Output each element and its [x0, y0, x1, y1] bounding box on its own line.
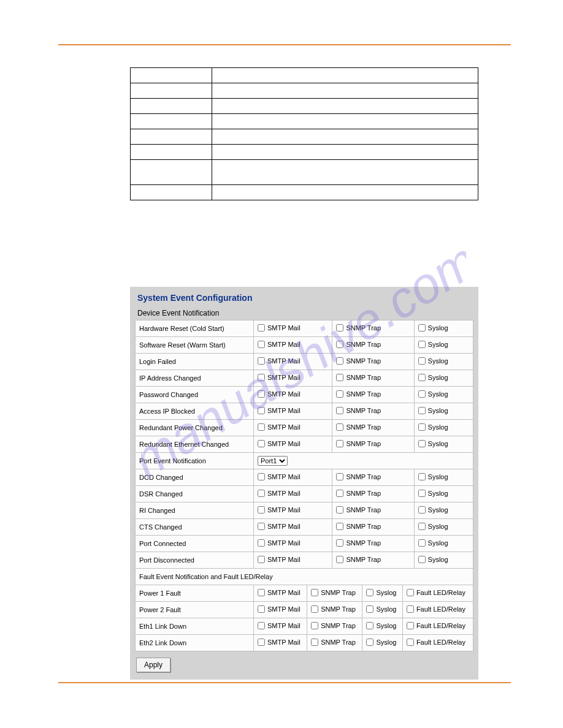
power-2-fault-snmp-checkbox[interactable] [311, 605, 318, 613]
software-reset-warm-start-syslog-checkbox[interactable] [418, 341, 426, 348]
snmp-label: SNMP Trap [321, 589, 356, 596]
snmp-label: SNMP Trap [346, 357, 381, 365]
syslog-label: Syslog [428, 506, 448, 514]
hardware-reset-cold-start-syslog-checkbox[interactable] [418, 324, 426, 332]
login-failed-syslog-checkbox[interactable] [418, 357, 426, 365]
cts-changed-smtp-checkbox[interactable] [258, 523, 265, 530]
password-changed-snmp-checkbox[interactable] [336, 390, 343, 398]
device-event-header: Device Event Notification [137, 309, 473, 317]
software-reset-warm-start-smtp-checkbox[interactable] [258, 341, 265, 348]
fault-label: Fault LED/Relay [416, 622, 465, 629]
eth1-link-down-fault-checkbox[interactable] [407, 622, 414, 629]
password-changed-smtp-checkbox[interactable] [258, 390, 265, 398]
eth1-link-down-syslog-checkbox[interactable] [366, 622, 373, 629]
power-1-fault-fault-checkbox[interactable] [407, 589, 414, 596]
port-disconnected-smtp-checkbox[interactable] [258, 556, 265, 563]
syslog-label: Syslog [428, 324, 448, 332]
port-connected-syslog-checkbox[interactable] [418, 539, 426, 547]
dsr-changed-snmp-checkbox[interactable] [336, 490, 343, 497]
port-disconnected-syslog-checkbox[interactable] [418, 556, 426, 563]
redundant-ethernet-changed-snmp-checkbox[interactable] [336, 440, 343, 447]
device-event-table: Hardware Reset (Cold Start)SMTP MailSNMP… [135, 320, 473, 569]
fault-label: Fault LED/Relay [416, 589, 465, 596]
port-event-label: RI Changed [136, 502, 254, 519]
dcd-changed-smtp-checkbox[interactable] [258, 473, 265, 480]
syslog-label: Syslog [376, 605, 396, 613]
eth1-link-down-smtp-checkbox[interactable] [258, 622, 265, 629]
syslog-label: Syslog [428, 390, 448, 398]
smtp-label: SMTP Mail [267, 523, 301, 530]
redundant-power-changed-syslog-checkbox[interactable] [418, 423, 426, 431]
hardware-reset-cold-start-smtp-checkbox[interactable] [258, 324, 265, 332]
port-event-label: Port Connected [136, 536, 254, 552]
fault-event-label: Power 2 Fault [136, 602, 254, 618]
access-ip-blocked-syslog-checkbox[interactable] [418, 407, 426, 414]
power-1-fault-snmp-checkbox[interactable] [311, 589, 318, 596]
smtp-label: SMTP Mail [267, 357, 301, 365]
login-failed-smtp-checkbox[interactable] [258, 357, 265, 365]
dcd-changed-syslog-checkbox[interactable] [418, 473, 426, 480]
smtp-label: SMTP Mail [267, 605, 301, 613]
power-1-fault-smtp-checkbox[interactable] [258, 589, 265, 596]
eth1-link-down-snmp-checkbox[interactable] [311, 622, 318, 629]
apply-button[interactable]: Apply [136, 658, 170, 672]
port-event-label: CTS Changed [136, 519, 254, 536]
power-2-fault-fault-checkbox[interactable] [407, 605, 414, 613]
power-2-fault-syslog-checkbox[interactable] [366, 605, 373, 613]
dsr-changed-syslog-checkbox[interactable] [418, 490, 426, 497]
dcd-changed-snmp-checkbox[interactable] [336, 473, 343, 480]
ip-address-changed-syslog-checkbox[interactable] [418, 374, 426, 381]
smtp-label: SMTP Mail [267, 473, 301, 480]
port-connected-snmp-checkbox[interactable] [336, 539, 343, 547]
fault-event-label: Eth2 Link Down [136, 635, 254, 651]
syslog-label: Syslog [428, 357, 448, 365]
ip-address-changed-snmp-checkbox[interactable] [336, 374, 343, 381]
access-ip-blocked-smtp-checkbox[interactable] [258, 407, 265, 414]
access-ip-blocked-snmp-checkbox[interactable] [336, 407, 343, 414]
software-reset-warm-start-snmp-checkbox[interactable] [336, 341, 343, 348]
smtp-label: SMTP Mail [267, 639, 301, 646]
panel-title: System Event Configuration [137, 293, 473, 303]
port-select[interactable]: Port1 [258, 456, 288, 466]
eth2-link-down-snmp-checkbox[interactable] [311, 639, 318, 646]
smtp-label: SMTP Mail [267, 341, 301, 348]
ip-address-changed-smtp-checkbox[interactable] [258, 374, 265, 381]
ri-changed-snmp-checkbox[interactable] [336, 506, 343, 514]
blank-table [130, 67, 478, 200]
snmp-label: SNMP Trap [321, 622, 356, 629]
smtp-label: SMTP Mail [267, 589, 301, 596]
redundant-ethernet-changed-syslog-checkbox[interactable] [418, 440, 426, 447]
eth2-link-down-smtp-checkbox[interactable] [258, 639, 265, 646]
syslog-label: Syslog [428, 523, 448, 530]
login-failed-snmp-checkbox[interactable] [336, 357, 343, 365]
hardware-reset-cold-start-snmp-checkbox[interactable] [336, 324, 343, 332]
fault-label: Fault LED/Relay [416, 639, 465, 646]
syslog-label: Syslog [376, 589, 396, 596]
ri-changed-syslog-checkbox[interactable] [418, 506, 426, 514]
power-1-fault-syslog-checkbox[interactable] [366, 589, 373, 596]
syslog-label: Syslog [428, 440, 448, 447]
port-disconnected-snmp-checkbox[interactable] [336, 556, 343, 563]
redundant-power-changed-smtp-checkbox[interactable] [258, 423, 265, 431]
eth2-link-down-syslog-checkbox[interactable] [366, 639, 373, 646]
eth2-link-down-fault-checkbox[interactable] [407, 639, 414, 646]
port-connected-smtp-checkbox[interactable] [258, 539, 265, 547]
device-event-label: Redundant Ethernet Changed [136, 436, 254, 453]
smtp-label: SMTP Mail [267, 407, 301, 414]
password-changed-syslog-checkbox[interactable] [418, 390, 426, 398]
device-event-label: Hardware Reset (Cold Start) [136, 320, 254, 337]
device-event-label: Password Changed [136, 387, 254, 403]
redundant-power-changed-snmp-checkbox[interactable] [336, 423, 343, 431]
smtp-label: SMTP Mail [267, 324, 301, 332]
ri-changed-smtp-checkbox[interactable] [258, 506, 265, 514]
snmp-label: SNMP Trap [321, 639, 356, 646]
port-event-label: DCD Changed [136, 469, 254, 486]
smtp-label: SMTP Mail [267, 622, 301, 629]
dsr-changed-smtp-checkbox[interactable] [258, 490, 265, 497]
cts-changed-snmp-checkbox[interactable] [336, 523, 343, 530]
fault-label: Fault LED/Relay [416, 605, 465, 613]
redundant-ethernet-changed-smtp-checkbox[interactable] [258, 440, 265, 447]
cts-changed-syslog-checkbox[interactable] [418, 523, 426, 530]
power-2-fault-smtp-checkbox[interactable] [258, 605, 265, 613]
smtp-label: SMTP Mail [267, 539, 301, 547]
